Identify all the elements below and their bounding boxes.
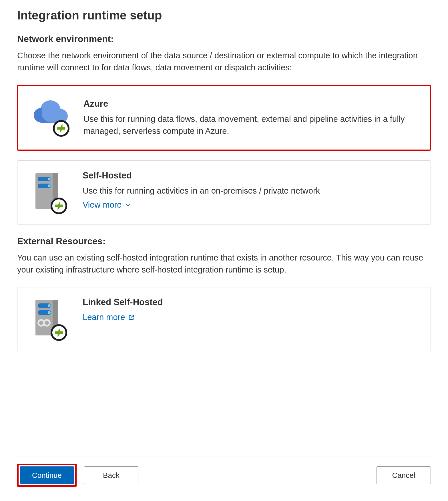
learn-more-label: Learn more [83,313,125,322]
external-resources-description: You can use an existing self-hosted inte… [17,252,431,276]
external-link-icon [128,314,135,321]
svg-point-6 [48,184,51,187]
view-more-label: View more [83,200,122,210]
chevron-down-icon [124,202,131,208]
content-area: Integration runtime setup Network enviro… [17,6,431,456]
integration-runtime-setup-panel: Integration runtime setup Network enviro… [0,0,448,501]
external-resources-heading: External Resources: [17,236,431,246]
svg-point-13 [48,311,51,314]
page-title: Integration runtime setup [17,9,431,22]
option-card-linked-self-hosted[interactable]: Linked Self-Hosted Learn more [17,287,431,351]
cancel-button[interactable]: Cancel [377,466,431,484]
option-title-self-hosted: Self-Hosted [83,170,419,181]
option-text-self-hosted: Use this for running activities in an on… [83,185,419,197]
option-card-azure[interactable]: Azure Use this for running data flows, d… [17,85,431,151]
server-icon [29,172,69,214]
linked-server-icon [29,298,69,341]
option-text-azure: Use this for running data flows, data mo… [83,113,418,137]
azure-cloud-icon [30,100,70,137]
view-more-link[interactable]: View more [83,200,131,210]
network-environment-heading: Network environment: [17,34,431,44]
continue-button[interactable]: Continue [20,466,74,484]
option-title-azure: Azure [83,99,418,109]
footer-bar: Continue Back Cancel [17,456,431,501]
learn-more-link[interactable]: Learn more [83,313,135,322]
svg-point-4 [48,178,51,180]
svg-point-11 [48,304,51,307]
continue-highlight-box: Continue [17,464,77,487]
option-title-linked-self-hosted: Linked Self-Hosted [83,297,419,307]
option-card-self-hosted[interactable]: Self-Hosted Use this for running activit… [17,160,431,224]
network-environment-description: Choose the network environment of the da… [17,49,431,73]
back-button[interactable]: Back [84,466,138,484]
